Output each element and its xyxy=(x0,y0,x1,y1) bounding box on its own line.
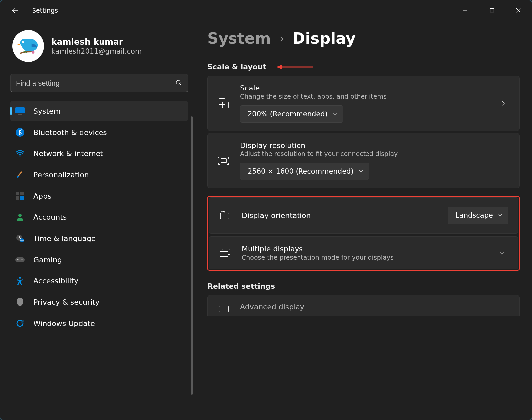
bluetooth-icon xyxy=(15,127,25,137)
nav-item-accounts[interactable]: Accounts xyxy=(10,207,188,227)
maximize-button[interactable] xyxy=(479,2,505,18)
chevron-down-icon xyxy=(498,211,503,219)
svg-rect-14 xyxy=(20,192,24,195)
chevron-right-icon: › xyxy=(280,32,284,45)
svg-point-2 xyxy=(20,39,28,47)
close-button[interactable] xyxy=(505,2,532,18)
paintbrush-icon xyxy=(15,170,25,180)
nav-label: Personalization xyxy=(33,171,89,179)
svg-rect-15 xyxy=(16,196,19,200)
scale-title: Scale xyxy=(240,84,487,92)
breadcrumb-parent[interactable]: System xyxy=(207,30,271,47)
advanced-display-title: Advanced display xyxy=(240,303,510,311)
card-advanced-display[interactable]: Advanced display xyxy=(207,295,520,316)
nav-item-time-language[interactable]: Time & language xyxy=(10,228,188,248)
nav-item-accessibility[interactable]: Accessibility xyxy=(10,271,188,291)
back-arrow-icon xyxy=(11,6,19,14)
orientation-select[interactable]: Landscape xyxy=(448,207,508,224)
nav-label: Time & language xyxy=(33,234,96,243)
nav-label: Windows Update xyxy=(33,319,95,328)
svg-point-11 xyxy=(19,155,21,157)
titlebar: Settings xyxy=(0,0,532,20)
resolution-select[interactable]: 2560 × 1600 (Recommended) xyxy=(240,163,369,180)
orientation-title: Display orientation xyxy=(242,211,438,220)
section-heading-scale-layout: Scale & layout xyxy=(207,63,520,71)
search-icon xyxy=(175,79,182,88)
resolution-select-value: 2560 × 1600 (Recommended) xyxy=(248,167,354,175)
nav-item-bluetooth[interactable]: Bluetooth & devices xyxy=(10,122,188,142)
nav-item-personalization[interactable]: Personalization xyxy=(10,165,188,185)
annotation-highlight-box: Display orientation Landscape Multiple d… xyxy=(207,196,520,271)
nav-item-apps[interactable]: Apps xyxy=(10,186,188,206)
nav-item-gaming[interactable]: Gaming xyxy=(10,250,188,270)
svg-rect-9 xyxy=(18,114,22,115)
close-icon xyxy=(516,8,521,13)
minimize-button[interactable] xyxy=(452,2,479,18)
card-multiple-displays[interactable]: Multiple displays Choose the presentatio… xyxy=(209,236,518,269)
svg-point-17 xyxy=(18,214,22,217)
card-scale[interactable]: Scale Change the size of text, apps, and… xyxy=(207,76,520,131)
person-icon xyxy=(15,212,25,222)
gamepad-icon xyxy=(15,255,25,265)
shield-icon xyxy=(15,297,25,307)
sidebar: kamlesh kumar kamlesh2011@gmail.com Syst… xyxy=(0,20,196,420)
card-orientation[interactable]: Display orientation Landscape xyxy=(209,197,518,234)
app-title: Settings xyxy=(32,7,58,14)
maximize-icon xyxy=(489,8,495,13)
svg-point-22 xyxy=(22,259,23,260)
resolution-subtitle: Adjust the resolution to fit your connec… xyxy=(240,150,510,157)
system-icon xyxy=(15,106,25,116)
scale-chevron-right[interactable] xyxy=(497,97,510,110)
svg-rect-20 xyxy=(15,257,25,262)
nav-label: Accounts xyxy=(33,213,67,221)
nav-label: Gaming xyxy=(33,256,62,264)
back-button[interactable] xyxy=(7,2,23,18)
main-content: System › Display Scale & layout Scale Ch… xyxy=(196,20,532,420)
resolution-title: Display resolution xyxy=(240,141,510,150)
card-resolution[interactable]: Display resolution Adjust the resolution… xyxy=(207,133,520,188)
svg-rect-30 xyxy=(220,251,228,257)
svg-point-23 xyxy=(19,277,21,279)
accessibility-icon xyxy=(15,276,25,286)
profile-name: kamlesh kumar xyxy=(51,37,142,47)
apps-icon xyxy=(15,191,25,201)
scale-select-value: 200% (Recommended) xyxy=(248,110,328,118)
update-icon xyxy=(15,318,25,328)
profile-block[interactable]: kamlesh kumar kamlesh2011@gmail.com xyxy=(12,30,188,62)
avatar-bird-icon xyxy=(15,33,41,59)
svg-point-4 xyxy=(23,41,24,42)
nav-item-network[interactable]: Network & internet xyxy=(10,144,188,163)
orientation-select-value: Landscape xyxy=(455,211,493,219)
svg-rect-8 xyxy=(15,107,25,113)
nav-item-system[interactable]: System xyxy=(10,101,188,121)
search-box[interactable] xyxy=(10,74,188,92)
multiple-displays-title: Multiple displays xyxy=(242,245,485,253)
svg-point-6 xyxy=(33,51,34,53)
section-heading-text: Related settings xyxy=(207,282,275,290)
advanced-display-icon xyxy=(217,303,230,316)
window-controls xyxy=(452,0,532,20)
svg-rect-28 xyxy=(220,213,229,219)
svg-rect-25 xyxy=(219,99,225,105)
nav-item-privacy[interactable]: Privacy & security xyxy=(10,292,188,312)
scale-select[interactable]: 200% (Recommended) xyxy=(240,105,343,123)
svg-rect-13 xyxy=(16,192,19,195)
nav-item-windows-update[interactable]: Windows Update xyxy=(10,313,188,333)
nav: System Bluetooth & devices Network & int… xyxy=(10,101,188,333)
profile-email: kamlesh2011@gmail.com xyxy=(51,47,142,55)
breadcrumb: System › Display xyxy=(207,30,520,47)
nav-label: Privacy & security xyxy=(33,298,100,306)
svg-rect-27 xyxy=(221,159,226,163)
nav-label: System xyxy=(33,107,61,115)
search-input[interactable] xyxy=(16,79,175,88)
sidebar-scrollbar[interactable] xyxy=(191,116,193,395)
multiple-displays-expand[interactable] xyxy=(495,246,508,260)
chevron-down-icon xyxy=(358,167,364,175)
chevron-down-icon xyxy=(499,250,505,256)
nav-label: Network & internet xyxy=(33,150,103,158)
nav-label: Apps xyxy=(33,192,51,200)
svg-rect-31 xyxy=(219,306,228,312)
chevron-right-icon xyxy=(500,100,506,106)
avatar xyxy=(12,30,44,62)
wifi-icon xyxy=(15,149,25,158)
